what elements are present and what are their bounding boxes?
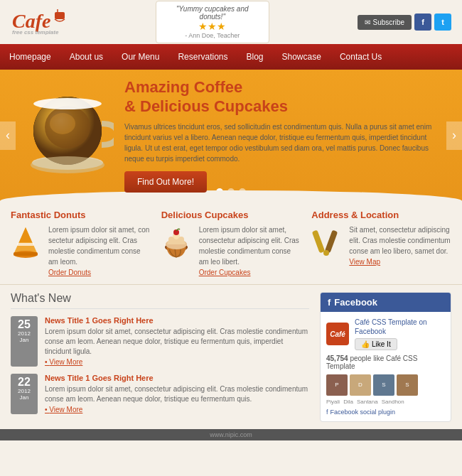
facebook-avatar-names: Piyali Dila Santana Sandhon [326, 399, 445, 405]
whats-new-section: What's New 25 2012 Jan News Title 1 Goes… [11, 292, 320, 422]
nav-list: Homepage About us Our Menu Reservations … [0, 44, 462, 70]
facebook-page-name: Café CSS Template on Facebook [355, 318, 445, 336]
bottom-section: What's New 25 2012 Jan News Title 1 Goes… [0, 285, 462, 429]
thumbs-up-icon: 👍 [361, 340, 370, 348]
feature-address-title: Address & Location [311, 210, 451, 220]
facebook-button[interactable]: f [414, 13, 431, 31]
avatar-3: S [373, 374, 394, 396]
svg-point-24 [323, 250, 329, 256]
facebook-title: Facebook [334, 297, 377, 308]
hero-prev-button[interactable]: ‹ [0, 121, 16, 150]
feature-cupcakes-title: Delicious Cupcakes [161, 210, 301, 220]
svg-point-10 [31, 156, 104, 173]
news-date-2: 22 2012 Jan [11, 374, 38, 414]
hero-title: Amazing Coffee & Delicious Cupcakes [124, 78, 441, 116]
svg-point-19 [168, 237, 174, 242]
hero-body: Vivamus ultrices tincidunt eros, sed sol… [124, 121, 441, 164]
news-item-1: 25 2012 Jan News Title 1 Goes Right Here… [11, 316, 309, 367]
feature-donuts: Fantastic Donuts Lorem ipsum dolor sit a… [11, 210, 151, 277]
feature-cupcakes-content: Lorem ipsum dolor sit amet, consectetur … [199, 225, 301, 277]
nav-item-reservations[interactable]: Reservations [168, 44, 237, 70]
avatar-1: P [326, 374, 348, 396]
hero-image [21, 88, 114, 183]
nav-item-about[interactable]: About us [60, 44, 112, 70]
hero-section: ‹ [0, 70, 462, 201]
order-donuts-link[interactable]: Order Donuts [48, 269, 91, 276]
news-item-2: 22 2012 Jan News Title 1 Goes Right Here… [11, 374, 309, 414]
svg-rect-22 [312, 230, 325, 254]
cafe-logo-small: Café [326, 323, 349, 345]
svg-point-20 [178, 237, 184, 242]
facebook-plugin-icon: f [326, 409, 328, 416]
envelope-icon: ✉ [365, 18, 370, 26]
order-cupcakes-link[interactable]: Order Cupcakes [199, 269, 251, 276]
facebook-like-count: 45,754 people like Café CSS Template [326, 355, 445, 370]
nav-item-menu[interactable]: Our Menu [112, 44, 168, 70]
main-nav: Homepage About us Our Menu Reservations … [0, 44, 462, 70]
logo: Cafe free css template [11, 6, 68, 38]
feature-address-body: Sit amet, consectetur adipiscing elit. C… [311, 225, 451, 266]
find-out-more-button[interactable]: Find Out More! [124, 171, 207, 193]
map-icon [311, 225, 343, 262]
facebook-page-row: Café Café CSS Template on Facebook 👍 Lik… [326, 318, 445, 350]
feature-donuts-content: Lorem ipsum dolor sit amet, con sectetur… [48, 225, 151, 277]
svg-rect-15 [17, 243, 34, 246]
svg-marker-12 [19, 227, 32, 242]
facebook-plugin-label: f Facebook social plugin [326, 409, 445, 416]
facebook-avatars: P D S S [326, 374, 445, 396]
avatar-4: S [397, 374, 418, 396]
news-link-1[interactable]: • View More [45, 358, 82, 366]
facebook-page-info: Café CSS Template on Facebook 👍 Like It [355, 318, 445, 350]
nav-item-contact[interactable]: Contact Us [331, 44, 391, 70]
footer-bar: www.nipic.com [0, 429, 462, 440]
donut-icon [11, 225, 43, 262]
svg-rect-2 [55, 12, 65, 19]
tagline-stars: ★★★ [163, 21, 262, 32]
hero-text: Amazing Coffee & Delicious Cupcakes Viva… [114, 78, 441, 193]
feature-donuts-title: Fantastic Donuts [11, 210, 151, 220]
feature-cupcakes-body: Lorem ipsum dolor sit amet, consectetur … [161, 225, 301, 277]
svg-text:free css template: free css template [12, 29, 59, 35]
tagline-author: - Ann Doe, Teacher [163, 32, 262, 39]
feature-cupcakes: Delicious Cupcakes [161, 210, 301, 277]
facebook-header: f Facebook [321, 293, 451, 312]
news-content-1: News Title 1 Goes Right Here Lorem ipsum… [45, 316, 309, 367]
facebook-icon: f [328, 297, 331, 308]
subscribe-label: Subscribe [373, 18, 404, 26]
header: Cafe free css template "Yummy cupcakes a… [0, 0, 462, 44]
svg-rect-23 [325, 230, 338, 254]
svg-point-8 [50, 113, 75, 134]
hero-next-button[interactable]: › [446, 121, 462, 150]
header-actions: ✉ Subscribe f t [358, 13, 451, 31]
svg-rect-14 [14, 252, 38, 256]
whats-new-title: What's New [11, 292, 309, 309]
feature-address: Address & Location Sit amet, consectetur… [311, 210, 451, 277]
nav-item-showcase[interactable]: Showcase [273, 44, 331, 70]
coffee-cup-image [21, 88, 114, 180]
logo-svg: Cafe free css template [11, 6, 68, 35]
news-date-1: 25 2012 Jan [11, 316, 38, 367]
nav-item-blog[interactable]: Blog [237, 44, 272, 70]
tagline-box: "Yummy cupcakes and donuts!" ★★★ - Ann D… [156, 1, 269, 43]
nav-item-homepage[interactable]: Homepage [0, 44, 60, 70]
facebook-body: Café Café CSS Template on Facebook 👍 Lik… [321, 312, 451, 421]
features-section: Fantastic Donuts Lorem ipsum dolor sit a… [0, 201, 462, 285]
avatar-2: D [350, 374, 371, 396]
news-content-2: News Title 1 Goes Right Here Lorem ipsum… [45, 374, 309, 414]
news-link-2[interactable]: • View More [45, 406, 82, 413]
facebook-like-button[interactable]: 👍 Like It [355, 338, 397, 350]
tagline-text: "Yummy cupcakes and donuts!" [163, 5, 262, 21]
view-map-link[interactable]: View Map [349, 258, 380, 266]
facebook-widget: f Facebook Café Café CSS Template on Fac… [320, 292, 451, 422]
hero-content: Amazing Coffee & Delicious Cupcakes Viva… [0, 78, 462, 193]
subscribe-button[interactable]: ✉ Subscribe [358, 15, 412, 30]
svg-point-9 [33, 98, 102, 109]
cupcake-icon [161, 225, 193, 262]
feature-donuts-body: Lorem ipsum dolor sit amet, con sectetur… [11, 225, 151, 277]
feature-address-content: Sit amet, consectetur adipiscing elit. C… [349, 225, 451, 266]
twitter-button[interactable]: t [434, 13, 451, 31]
